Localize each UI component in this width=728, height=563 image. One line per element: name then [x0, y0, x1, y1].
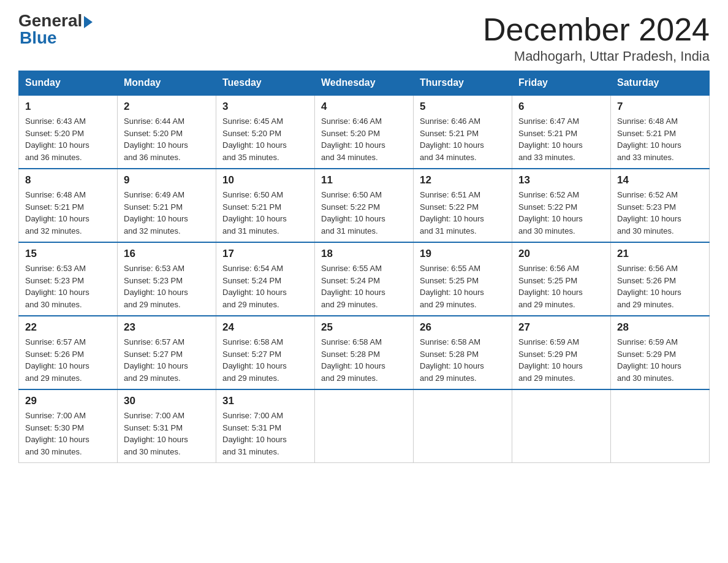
- calendar-cell: 30 Sunrise: 7:00 AM Sunset: 5:31 PM Dayl…: [118, 389, 216, 463]
- day-number: 18: [321, 248, 407, 260]
- day-info: Sunrise: 6:56 AM Sunset: 5:26 PM Dayligh…: [617, 262, 703, 310]
- calendar-day-header: Friday: [512, 71, 611, 96]
- calendar-cell: 14 Sunrise: 6:52 AM Sunset: 5:23 PM Dayl…: [611, 169, 710, 242]
- calendar-week-row: 1 Sunrise: 6:43 AM Sunset: 5:20 PM Dayli…: [19, 95, 710, 169]
- day-info: Sunrise: 6:50 AM Sunset: 5:22 PM Dayligh…: [321, 189, 407, 237]
- day-info: Sunrise: 7:00 AM Sunset: 5:31 PM Dayligh…: [124, 410, 210, 458]
- calendar-cell: 19 Sunrise: 6:55 AM Sunset: 5:25 PM Dayl…: [414, 242, 512, 316]
- calendar-cell: 28 Sunrise: 6:59 AM Sunset: 5:29 PM Dayl…: [611, 316, 710, 389]
- calendar-cell: 31 Sunrise: 7:00 AM Sunset: 5:31 PM Dayl…: [216, 389, 315, 463]
- day-number: 29: [25, 395, 111, 407]
- day-info: Sunrise: 6:58 AM Sunset: 5:28 PM Dayligh…: [321, 336, 407, 384]
- calendar-cell: [414, 389, 512, 463]
- day-info: Sunrise: 6:58 AM Sunset: 5:27 PM Dayligh…: [222, 336, 308, 384]
- day-info: Sunrise: 6:53 AM Sunset: 5:23 PM Dayligh…: [25, 262, 111, 310]
- day-info: Sunrise: 7:00 AM Sunset: 5:30 PM Dayligh…: [25, 410, 111, 458]
- calendar-day-header: Sunday: [19, 71, 118, 96]
- calendar-cell: 2 Sunrise: 6:44 AM Sunset: 5:20 PM Dayli…: [118, 95, 216, 169]
- calendar-cell: 1 Sunrise: 6:43 AM Sunset: 5:20 PM Dayli…: [19, 95, 118, 169]
- calendar-cell: 11 Sunrise: 6:50 AM Sunset: 5:22 PM Dayl…: [315, 169, 414, 242]
- day-number: 6: [518, 101, 604, 113]
- month-title: December 2024: [483, 12, 710, 47]
- calendar-day-header: Wednesday: [315, 71, 414, 96]
- day-number: 20: [518, 248, 604, 260]
- day-number: 1: [25, 101, 111, 113]
- day-info: Sunrise: 6:54 AM Sunset: 5:24 PM Dayligh…: [222, 262, 308, 310]
- day-number: 14: [617, 174, 703, 186]
- logo-general-text: General: [18, 12, 82, 29]
- calendar-cell: 27 Sunrise: 6:59 AM Sunset: 5:29 PM Dayl…: [512, 316, 611, 389]
- calendar-day-header: Tuesday: [216, 71, 315, 96]
- calendar-cell: 21 Sunrise: 6:56 AM Sunset: 5:26 PM Dayl…: [611, 242, 710, 316]
- day-number: 3: [222, 101, 308, 113]
- calendar-cell: 5 Sunrise: 6:46 AM Sunset: 5:21 PM Dayli…: [414, 95, 512, 169]
- day-number: 15: [25, 248, 111, 260]
- day-info: Sunrise: 6:59 AM Sunset: 5:29 PM Dayligh…: [617, 336, 703, 384]
- calendar-cell: 20 Sunrise: 6:56 AM Sunset: 5:25 PM Dayl…: [512, 242, 611, 316]
- calendar-day-header: Thursday: [414, 71, 512, 96]
- day-number: 19: [420, 248, 506, 260]
- day-number: 31: [222, 395, 308, 407]
- day-number: 4: [321, 101, 407, 113]
- day-info: Sunrise: 6:43 AM Sunset: 5:20 PM Dayligh…: [25, 115, 111, 163]
- calendar-day-header: Monday: [118, 71, 216, 96]
- calendar-cell: 16 Sunrise: 6:53 AM Sunset: 5:23 PM Dayl…: [118, 242, 216, 316]
- day-number: 23: [124, 321, 210, 334]
- calendar-header-row: SundayMondayTuesdayWednesdayThursdayFrid…: [19, 71, 710, 96]
- logo: General Blue: [18, 12, 93, 47]
- title-area: December 2024 Madhogarh, Uttar Pradesh, …: [483, 12, 710, 64]
- calendar-cell: 7 Sunrise: 6:48 AM Sunset: 5:21 PM Dayli…: [611, 95, 710, 169]
- day-info: Sunrise: 6:56 AM Sunset: 5:25 PM Dayligh…: [518, 262, 604, 310]
- calendar-cell: 3 Sunrise: 6:45 AM Sunset: 5:20 PM Dayli…: [216, 95, 315, 169]
- day-info: Sunrise: 6:52 AM Sunset: 5:22 PM Dayligh…: [518, 189, 604, 237]
- calendar-cell: [315, 389, 414, 463]
- calendar-cell: 17 Sunrise: 6:54 AM Sunset: 5:24 PM Dayl…: [216, 242, 315, 316]
- day-number: 8: [25, 174, 111, 186]
- calendar-cell: 23 Sunrise: 6:57 AM Sunset: 5:27 PM Dayl…: [118, 316, 216, 389]
- day-number: 26: [420, 321, 506, 334]
- calendar-cell: 4 Sunrise: 6:46 AM Sunset: 5:20 PM Dayli…: [315, 95, 414, 169]
- day-number: 11: [321, 174, 407, 186]
- calendar-cell: 6 Sunrise: 6:47 AM Sunset: 5:21 PM Dayli…: [512, 95, 611, 169]
- calendar-table: SundayMondayTuesdayWednesdayThursdayFrid…: [18, 71, 710, 463]
- calendar-week-row: 8 Sunrise: 6:48 AM Sunset: 5:21 PM Dayli…: [19, 169, 710, 242]
- calendar-cell: [611, 389, 710, 463]
- location: Madhogarh, Uttar Pradesh, India: [483, 48, 710, 64]
- day-info: Sunrise: 6:46 AM Sunset: 5:21 PM Dayligh…: [420, 115, 506, 163]
- day-number: 28: [617, 321, 703, 334]
- day-info: Sunrise: 6:47 AM Sunset: 5:21 PM Dayligh…: [518, 115, 604, 163]
- day-info: Sunrise: 6:48 AM Sunset: 5:21 PM Dayligh…: [25, 189, 111, 237]
- logo-arrow-icon: [84, 16, 93, 28]
- day-number: 22: [25, 321, 111, 334]
- calendar-cell: 26 Sunrise: 6:58 AM Sunset: 5:28 PM Dayl…: [414, 316, 512, 389]
- day-number: 24: [222, 321, 308, 334]
- day-info: Sunrise: 6:55 AM Sunset: 5:24 PM Dayligh…: [321, 262, 407, 310]
- day-info: Sunrise: 6:52 AM Sunset: 5:23 PM Dayligh…: [617, 189, 703, 237]
- calendar-cell: 22 Sunrise: 6:57 AM Sunset: 5:26 PM Dayl…: [19, 316, 118, 389]
- day-info: Sunrise: 6:57 AM Sunset: 5:26 PM Dayligh…: [25, 336, 111, 384]
- calendar-cell: 8 Sunrise: 6:48 AM Sunset: 5:21 PM Dayli…: [19, 169, 118, 242]
- calendar-cell: 25 Sunrise: 6:58 AM Sunset: 5:28 PM Dayl…: [315, 316, 414, 389]
- day-info: Sunrise: 7:00 AM Sunset: 5:31 PM Dayligh…: [222, 410, 308, 458]
- calendar-cell: 29 Sunrise: 7:00 AM Sunset: 5:30 PM Dayl…: [19, 389, 118, 463]
- day-number: 5: [420, 101, 506, 113]
- day-info: Sunrise: 6:50 AM Sunset: 5:21 PM Dayligh…: [222, 189, 308, 237]
- day-number: 17: [222, 248, 308, 260]
- day-info: Sunrise: 6:45 AM Sunset: 5:20 PM Dayligh…: [222, 115, 308, 163]
- day-info: Sunrise: 6:46 AM Sunset: 5:20 PM Dayligh…: [321, 115, 407, 163]
- calendar-cell: 15 Sunrise: 6:53 AM Sunset: 5:23 PM Dayl…: [19, 242, 118, 316]
- calendar-cell: 24 Sunrise: 6:58 AM Sunset: 5:27 PM Dayl…: [216, 316, 315, 389]
- day-info: Sunrise: 6:53 AM Sunset: 5:23 PM Dayligh…: [124, 262, 210, 310]
- day-info: Sunrise: 6:58 AM Sunset: 5:28 PM Dayligh…: [420, 336, 506, 384]
- day-number: 21: [617, 248, 703, 260]
- day-number: 10: [222, 174, 308, 186]
- day-number: 2: [124, 101, 210, 113]
- day-info: Sunrise: 6:55 AM Sunset: 5:25 PM Dayligh…: [420, 262, 506, 310]
- calendar-week-row: 15 Sunrise: 6:53 AM Sunset: 5:23 PM Dayl…: [19, 242, 710, 316]
- day-number: 16: [124, 248, 210, 260]
- day-number: 27: [518, 321, 604, 334]
- calendar-day-header: Saturday: [611, 71, 710, 96]
- calendar-cell: 12 Sunrise: 6:51 AM Sunset: 5:22 PM Dayl…: [414, 169, 512, 242]
- day-info: Sunrise: 6:51 AM Sunset: 5:22 PM Dayligh…: [420, 189, 506, 237]
- page-header: General Blue December 2024 Madhogarh, Ut…: [18, 12, 710, 64]
